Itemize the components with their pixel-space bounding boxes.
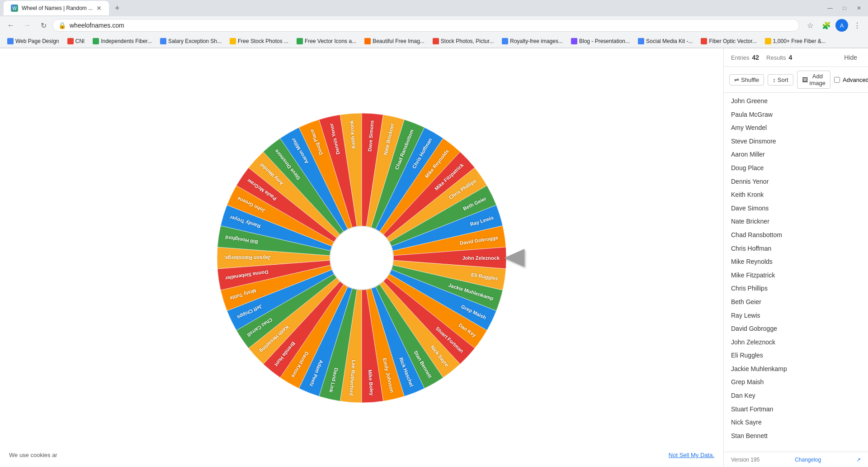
list-item[interactable]: Nick Sayre [724, 416, 868, 429]
bookmark-salary[interactable]: Salary Exception Sh... [156, 37, 225, 45]
list-item[interactable]: Jackie Muhlenkamp [724, 362, 868, 376]
sort-button[interactable]: ↕ Sort [768, 74, 793, 86]
panel-header: Entries 42 Results 4 Hide [724, 48, 868, 67]
close-button[interactable]: ✕ [854, 3, 864, 14]
list-item[interactable]: Dan Key [724, 389, 868, 403]
refresh-button[interactable]: ↻ [36, 18, 51, 33]
bookmark-freestockphotos[interactable]: Free Stock Photos ... [226, 37, 292, 45]
main-content: We use cookies ar Not Sell My Data. Entr… [0, 48, 868, 467]
panel-footer: Version 195 Changelog ↗ [724, 452, 868, 467]
wheel-pointer [504, 249, 524, 267]
list-item[interactable]: David Gobrogge [724, 322, 868, 336]
bookmark-apps[interactable]: Web Page Design [4, 37, 63, 45]
socialmediakit-favicon [638, 38, 644, 44]
new-tab-button[interactable]: + [111, 2, 123, 14]
list-item[interactable]: Chris Phillips [724, 282, 868, 295]
maximize-button[interactable]: □ [839, 3, 850, 14]
list-item[interactable]: Eli Ruggles [724, 349, 868, 362]
tab-title: Wheel of Names | Random ... [22, 5, 93, 11]
apps-icon [7, 38, 14, 44]
advanced-checkbox-label[interactable]: Advanced [834, 76, 868, 83]
bookmark-blog[interactable]: Blog - Presentation... [567, 37, 633, 45]
list-item[interactable]: Chad Ransbottom [724, 229, 868, 242]
window-controls: — □ ✕ [825, 3, 864, 14]
list-item[interactable]: Doug Place [724, 162, 868, 175]
list-item[interactable]: Aaron Miller [724, 148, 868, 162]
list-item[interactable]: Dennis Yenor [724, 175, 868, 189]
entries-value: 42 [752, 54, 759, 61]
results-value: 4 [788, 54, 792, 61]
list-item[interactable]: Ray Lewis [724, 309, 868, 323]
wheel-canvas[interactable] [208, 104, 515, 412]
lock-icon: 🔒 [58, 22, 66, 29]
profile-button[interactable]: A [835, 19, 848, 32]
tab-bar: W Wheel of Names | Random ... ✕ + — □ ✕ [0, 0, 868, 16]
bookmark-stockphotos[interactable]: Stock Photos, Pictur... [429, 37, 497, 45]
not-sell-link[interactable]: Not Sell My Data. [669, 452, 714, 458]
stockphotos-favicon [433, 38, 439, 44]
tab-close-button[interactable]: ✕ [96, 5, 102, 12]
external-link-icon: ↗ [856, 457, 861, 463]
freevectoricons-favicon [297, 38, 303, 44]
active-tab[interactable]: W Wheel of Names | Random ... ✕ [4, 1, 109, 15]
freefiber-favicon [765, 38, 771, 44]
bookmark-cni[interactable]: CNI [64, 37, 89, 45]
panel-toolbar: ⇌ Shuffle ↕ Sort 🖼 Add image Advanced [724, 67, 868, 93]
version-text: Version 195 [731, 457, 760, 463]
right-panel: Entries 42 Results 4 Hide ⇌ Shuffle ↕ So… [723, 48, 868, 467]
entries-label: Entries [731, 54, 749, 61]
bookmark-royaltyfree[interactable]: Royalty-free images... [498, 37, 566, 45]
results-stat: Results 4 [766, 54, 792, 61]
minimize-button[interactable]: — [825, 3, 835, 14]
list-item[interactable]: Grep Maish [724, 376, 868, 389]
list-item[interactable]: John Greene [724, 95, 868, 108]
menu-button[interactable]: ⋮ [850, 18, 864, 33]
wheel-area[interactable]: We use cookies ar [0, 48, 723, 467]
salary-favicon [160, 38, 166, 44]
list-item[interactable]: Stan Bennett [724, 429, 868, 443]
bookmark-star-button[interactable]: ☆ [803, 18, 817, 33]
list-item[interactable]: Mike Fitzpatrick [724, 269, 868, 282]
cni-favicon [67, 38, 74, 44]
list-item[interactable]: Stuart Fortman [724, 403, 868, 416]
bookmark-socialmediakit[interactable]: Social Media Kit -... [634, 37, 696, 45]
list-item[interactable]: Paula McGraw [724, 108, 868, 122]
list-item[interactable]: Keith Kronk [724, 188, 868, 202]
nav-right-buttons: ☆ 🧩 A ⋮ [803, 18, 864, 33]
bookmark-freefiber[interactable]: 1,000+ Free Fiber &... [761, 37, 830, 45]
entries-stat: Entries 42 [731, 54, 759, 61]
changelog-link[interactable]: Changelog [795, 457, 821, 463]
address-bar[interactable]: 🔒 wheelofnames.com [52, 19, 799, 32]
bookmark-beautifulfreeimage[interactable]: Beautiful Free Imag... [361, 37, 428, 45]
fiberoptic-favicon [701, 38, 707, 44]
list-item[interactable]: Dave Simons [724, 202, 868, 215]
list-item[interactable]: Nate Brickner [724, 215, 868, 229]
add-image-icon: 🖼 [802, 76, 808, 83]
add-image-button[interactable]: 🖼 Add image [797, 71, 830, 89]
shuffle-button[interactable]: ⇌ Shuffle [729, 74, 764, 86]
bookmark-fiberoptic[interactable]: Fiber Optic Vector... [697, 37, 760, 45]
list-item[interactable]: Mike Reynolds [724, 255, 868, 269]
list-item[interactable]: Chris Hoffman [724, 242, 868, 256]
freestockphotos-favicon [230, 38, 236, 44]
bookmarks-bar: Web Page Design CNI Independents Fiber..… [0, 34, 868, 48]
beautifulfreeimage-favicon [364, 38, 371, 44]
list-item[interactable]: John Zeleznock [724, 336, 868, 349]
list-item[interactable]: Steve Dinsmore [724, 135, 868, 148]
cookie-notice: We use cookies ar [9, 452, 57, 458]
royaltyfree-favicon [502, 38, 508, 44]
bookmark-independents[interactable]: Independents Fiber... [89, 37, 156, 45]
forward-button[interactable]: → [20, 18, 34, 33]
advanced-checkbox-input[interactable] [834, 77, 840, 83]
hide-button[interactable]: Hide [840, 52, 861, 63]
back-button[interactable]: ← [4, 18, 18, 33]
independents-favicon [93, 38, 99, 44]
list-item[interactable]: Amy Wendel [724, 121, 868, 135]
browser-chrome: W Wheel of Names | Random ... ✕ + — □ ✕ … [0, 0, 868, 48]
sort-icon: ↕ [773, 76, 776, 83]
list-item[interactable]: Beth Geier [724, 295, 868, 309]
bookmark-freevectoricons[interactable]: Free Vector Icons a... [293, 37, 360, 45]
wheel-container[interactable] [208, 104, 515, 412]
extensions-button[interactable]: 🧩 [819, 18, 834, 33]
url-display: wheelofnames.com [70, 22, 793, 29]
